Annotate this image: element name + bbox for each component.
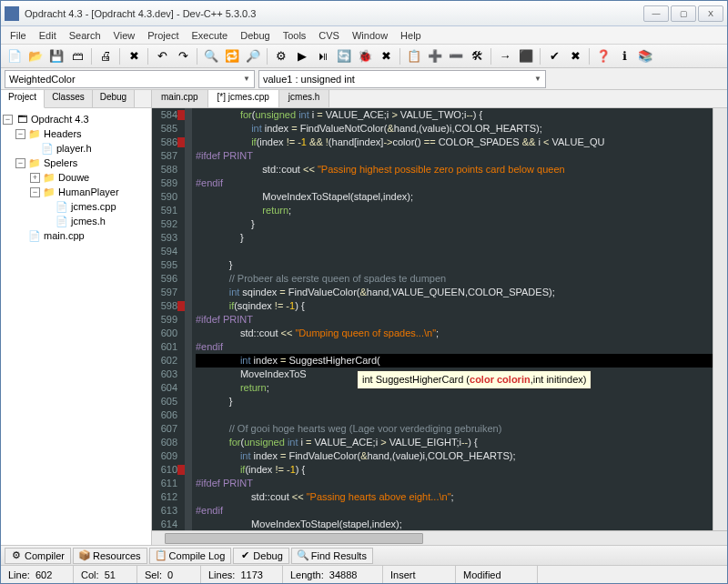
menu-help[interactable]: Help [394,28,428,43]
toolbar-about-button[interactable]: ℹ [614,46,634,66]
collapse-icon[interactable]: − [3,115,13,125]
close-button[interactable]: X [698,5,723,22]
toolbar-help-button[interactable]: ❓ [593,46,613,66]
toolbar-open-button[interactable]: 📂 [25,46,46,66]
project-tree[interactable]: − 🗔 Opdracht 4.3 − 📁 Headers 📄 player.h … [1,108,151,545]
toolbar-new-button[interactable]: 📄 [5,46,25,66]
horizontal-scrollbar[interactable] [152,530,727,545]
scrollbar-thumb[interactable] [165,533,423,544]
status-col: Col: 51 [74,566,137,583]
expand-icon[interactable]: + [30,173,40,183]
toolbar-remove-button[interactable]: ➖ [446,46,466,66]
editor-tab[interactable]: main.cpp [152,90,208,107]
project-icon: 🗔 [15,113,28,126]
menu-tools[interactable]: Tools [277,28,313,43]
toolbar-undo-button[interactable]: ↶ [152,46,172,66]
toolbar-run-button[interactable]: ▶ [292,46,312,66]
folder-icon: 📁 [28,156,41,169]
toolbar-debug-button[interactable]: 🐞 [355,46,375,66]
toolbar-check-button[interactable]: ✔ [544,46,564,66]
menu-cvs[interactable]: CVS [312,28,346,43]
toolbar-compile-button[interactable]: ⚙ [271,46,291,66]
tree-label: Spelers [44,157,77,168]
tree-label: player.h [56,143,92,154]
toolbar-book-button[interactable]: 📚 [635,46,655,66]
collapse-icon[interactable]: − [15,158,25,168]
tree-folder-headers[interactable]: − 📁 Headers [3,126,149,141]
toolbar-findagain-button[interactable]: 🔎 [243,46,263,66]
toolbar-stop-button[interactable]: ✖ [376,46,396,66]
tree-label: HumanPlayer [58,186,119,197]
output-tab-debug[interactable]: ✔Debug [233,548,288,564]
tab-icon: 📋 [156,550,167,561]
toolbar-print-button[interactable]: 🖨 [96,46,116,66]
tree-file[interactable]: 📄 main.cpp [3,228,149,243]
file-icon: 📄 [56,200,68,213]
toolbar-replace-button[interactable]: 🔁 [222,46,242,66]
code-editor[interactable]: 5845855865875885895905915925935945955965… [152,108,727,530]
editor-tab[interactable]: [*] jcmes.cpp [208,90,279,107]
toolbar-close-button[interactable]: ✖ [124,46,144,66]
class-combo[interactable]: WeightedColor ▼ [5,70,255,88]
tab-icon: 📦 [79,550,90,561]
output-tab-compile-log[interactable]: 📋Compile Log [149,548,232,564]
code-content[interactable]: for(unsigned int i = VALUE_ACE;i > VALUE… [192,108,713,530]
collapse-icon[interactable]: − [30,187,40,197]
toolbar-x-button[interactable]: ✖ [565,46,585,66]
intellisense-tooltip: int SuggestHigherCard (color colorin,int… [357,370,592,389]
menu-file[interactable]: File [4,28,33,43]
output-tab-compiler[interactable]: ⚙Compiler [5,548,71,564]
toolbar-saveall-button[interactable]: 🗃 [67,46,87,66]
member-combo[interactable]: value1 : unsigned int ▼ [258,70,546,88]
output-tab-resources[interactable]: 📦Resources [73,548,147,564]
toolbar-toggle-button[interactable]: ⬛ [516,46,536,66]
menu-edit[interactable]: Edit [33,28,63,43]
tab-label: Compile Log [169,550,226,561]
menu-window[interactable]: Window [346,28,394,43]
editor-area: main.cpp[*] jcmes.cppjcmes.h 58458558658… [152,90,727,545]
output-tab-find-results[interactable]: 🔍Find Results [291,548,373,564]
menu-execute[interactable]: Execute [185,28,234,43]
file-icon: 📄 [56,215,68,227]
tree-folder-spelers[interactable]: − 📁 Spelers [3,156,149,170]
tree-file[interactable]: 📄 jcmes.cpp [3,199,149,214]
tree-file[interactable]: 📄 player.h [3,141,149,156]
tab-label: Find Results [311,550,367,561]
tooltip-text: colorin [497,374,531,385]
toolbar-find-button[interactable]: 🔍 [201,46,221,66]
vertical-scrollbar[interactable] [713,108,727,530]
panel-tab-project[interactable]: Project [1,90,45,108]
panel-tab-classes[interactable]: Classes [45,90,93,107]
panel-tab-debug[interactable]: Debug [93,90,135,107]
tab-icon: ✔ [239,550,250,561]
menu-debug[interactable]: Debug [234,28,276,43]
minimize-button[interactable]: — [643,5,669,22]
tree-label: main.cpp [44,230,85,241]
tree-folder-douwe[interactable]: + 📁 Douwe [3,170,149,185]
toolbar-goto-button[interactable]: → [495,46,515,66]
tree-label: jcmes.cpp [71,201,116,212]
tree-file[interactable]: 📄 jcmes.h [3,214,149,228]
toolbar-new2-button[interactable]: 📋 [404,46,424,66]
tree-root[interactable]: − 🗔 Opdracht 4.3 [3,112,149,126]
tooltip-text: int [362,374,376,385]
tab-icon: ⚙ [11,550,22,561]
toolbar-add-button[interactable]: ➕ [425,46,445,66]
collapse-icon[interactable]: − [15,129,25,139]
editor-tab[interactable]: jcmes.h [279,90,329,107]
toolbar-rebuild-button[interactable]: 🔄 [334,46,354,66]
maximize-button[interactable]: ▢ [671,5,696,22]
toolbar-redo-button[interactable]: ↷ [173,46,193,66]
folder-icon: 📁 [43,171,56,184]
tree-folder-human[interactable]: − 📁 HumanPlayer [3,185,149,199]
menubar: FileEditSearchViewProjectExecuteDebugToo… [1,26,727,45]
toolbar-options-button[interactable]: 🛠 [467,46,487,66]
menu-project[interactable]: Project [141,28,185,43]
project-panel-tabs: ProjectClassesDebug [1,90,151,108]
menu-view[interactable]: View [107,28,142,43]
tab-label: Compiler [25,550,65,561]
toolbar-save-button[interactable]: 💾 [46,46,66,66]
menu-search[interactable]: Search [63,28,107,43]
toolbar-compilerun-button[interactable]: ⏯ [313,46,333,66]
output-tabs: ⚙Compiler📦Resources📋Compile Log✔Debug🔍Fi… [1,545,727,565]
